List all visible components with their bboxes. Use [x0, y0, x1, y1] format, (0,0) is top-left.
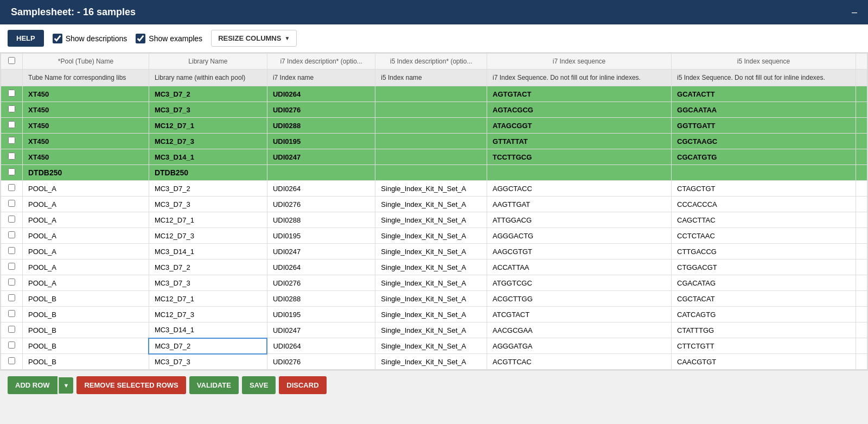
row-checkbox[interactable] — [8, 341, 15, 349]
cell-pool[interactable]: POOL_A — [23, 181, 149, 197]
row-checkbox[interactable] — [8, 294, 15, 301]
show-examples-label[interactable]: Show examples — [136, 34, 202, 43]
cell-i5-seq[interactable]: CGCTAAGC — [672, 134, 856, 149]
cell-library[interactable]: MC12_D7_1 — [149, 212, 267, 228]
cell-library[interactable]: MC12_D7_1 — [149, 291, 267, 307]
row-checkbox[interactable] — [8, 90, 15, 97]
cell-i7-desc[interactable]: UDI0195 — [267, 228, 375, 244]
cell-library[interactable]: MC12_D7_3 — [149, 307, 267, 322]
cell-i7-desc[interactable]: UDI0264 — [267, 181, 375, 197]
cell-pool[interactable]: XT450 — [23, 134, 149, 149]
cell-i7-desc[interactable]: UDI0264 — [267, 86, 375, 102]
cell-pool[interactable]: XT450 — [23, 86, 149, 102]
cell-i7-desc[interactable]: UDI0195 — [267, 134, 375, 149]
cell-i5-seq[interactable]: CGACATAG — [672, 275, 856, 291]
cell-i7-desc[interactable]: UDI0288 — [267, 118, 375, 134]
cell-library[interactable]: MC3_D14_1 — [149, 149, 267, 165]
cell-i5-desc[interactable]: Single_Index_Kit_N_Set_A — [375, 291, 487, 307]
resize-columns-button[interactable]: RESIZE COLUMNS ▼ — [211, 30, 297, 47]
remove-selected-rows-button[interactable]: REMOVE SELECTED ROWS — [76, 376, 186, 394]
cell-pool[interactable]: POOL_A — [23, 197, 149, 212]
cell-i7-desc[interactable]: UDI0264 — [267, 260, 375, 275]
row-checkbox-cell[interactable] — [1, 291, 23, 307]
cell-i5-seq[interactable]: GCATACTT — [672, 86, 856, 102]
cell-pool[interactable]: POOL_B — [23, 354, 149, 370]
cell-i5-desc[interactable] — [375, 118, 487, 134]
cell-library[interactable]: MC3_D7_3 — [149, 197, 267, 212]
cell-i7-desc[interactable] — [267, 165, 375, 181]
cell-i5-seq[interactable]: CTGGACGT — [672, 260, 856, 275]
cell-i5-desc[interactable]: Single_Index_Kit_N_Set_A — [375, 197, 487, 212]
select-all-header[interactable] — [1, 54, 23, 69]
row-checkbox-cell[interactable] — [1, 181, 23, 197]
cell-pool[interactable]: POOL_A — [23, 228, 149, 244]
cell-i7-seq[interactable]: ATTGGACG — [487, 212, 672, 228]
cell-pool[interactable]: XT450 — [23, 102, 149, 118]
row-checkbox-cell[interactable] — [1, 228, 23, 244]
row-checkbox[interactable] — [8, 121, 15, 128]
close-button[interactable]: – — [852, 7, 857, 18]
row-checkbox-cell[interactable] — [1, 102, 23, 118]
cell-library[interactable]: MC3_D7_2 — [149, 86, 267, 102]
row-checkbox-cell[interactable] — [1, 244, 23, 260]
cell-i5-desc[interactable]: Single_Index_Kit_N_Set_A — [375, 354, 487, 370]
cell-i7-desc[interactable]: UDI0276 — [267, 102, 375, 118]
cell-i7-desc[interactable]: UDI0247 — [267, 322, 375, 338]
cell-pool[interactable]: POOL_B — [23, 307, 149, 322]
cell-i5-desc[interactable]: Single_Index_Kit_N_Set_A — [375, 307, 487, 322]
cell-i5-seq[interactable]: CAGCTTAC — [672, 212, 856, 228]
cell-i7-desc[interactable]: UDI0276 — [267, 275, 375, 291]
cell-i5-seq[interactable]: GGCAATAA — [672, 102, 856, 118]
cell-pool[interactable]: POOL_B — [23, 338, 149, 354]
cell-i7-seq[interactable]: AAGTTGAT — [487, 197, 672, 212]
cell-library[interactable]: MC12_D7_3 — [149, 134, 267, 149]
cell-i5-seq[interactable]: CTTGACCG — [672, 244, 856, 260]
cell-i7-desc[interactable]: UDI0195 — [267, 307, 375, 322]
cell-i7-seq[interactable]: ATAGCGGT — [487, 118, 672, 134]
cell-pool[interactable]: DTDB250 — [23, 165, 149, 181]
add-row-dropdown-button[interactable]: ▼ — [59, 377, 74, 394]
row-checkbox[interactable] — [8, 105, 15, 112]
cell-i7-seq[interactable]: AGGCTACC — [487, 181, 672, 197]
cell-pool[interactable]: POOL_B — [23, 322, 149, 338]
row-checkbox-cell[interactable] — [1, 165, 23, 181]
cell-i7-desc[interactable]: UDI0247 — [267, 149, 375, 165]
save-button[interactable]: SAVE — [242, 376, 276, 394]
row-checkbox-cell[interactable] — [1, 197, 23, 212]
row-checkbox[interactable] — [8, 137, 15, 144]
row-checkbox-cell[interactable] — [1, 118, 23, 134]
cell-pool[interactable]: POOL_A — [23, 212, 149, 228]
cell-i7-seq[interactable]: AACGCGAA — [487, 322, 672, 338]
add-row-button[interactable]: ADD ROW — [8, 376, 58, 394]
cell-i5-seq[interactable]: CTTCTGTT — [672, 338, 856, 354]
row-checkbox-cell[interactable] — [1, 134, 23, 149]
cell-library[interactable]: MC12_D7_3 — [149, 228, 267, 244]
cell-library[interactable]: MC3_D7_3 — [149, 354, 267, 370]
cell-library[interactable]: MC3_D7_2 — [149, 260, 267, 275]
cell-i5-desc[interactable]: Single_Index_Kit_N_Set_A — [375, 244, 487, 260]
cell-i7-seq[interactable]: AGGGATGA — [487, 338, 672, 354]
cell-pool[interactable]: XT450 — [23, 118, 149, 134]
cell-library[interactable]: MC3_D14_1 — [149, 322, 267, 338]
cell-i5-desc[interactable]: Single_Index_Kit_N_Set_A — [375, 275, 487, 291]
cell-i5-seq[interactable]: CTAGCTGT — [672, 181, 856, 197]
cell-i7-seq[interactable]: AGTGTACT — [487, 86, 672, 102]
cell-library[interactable]: MC3_D7_2 — [149, 181, 267, 197]
row-checkbox-cell[interactable] — [1, 212, 23, 228]
row-checkbox-cell[interactable] — [1, 338, 23, 354]
cell-i5-seq[interactable]: CCTCTAAC — [672, 228, 856, 244]
select-all-checkbox[interactable] — [8, 57, 15, 64]
cell-i7-seq[interactable]: AAGCGTGT — [487, 244, 672, 260]
cell-i5-desc[interactable] — [375, 149, 487, 165]
row-checkbox[interactable] — [8, 310, 15, 317]
cell-i5-desc[interactable] — [375, 134, 487, 149]
cell-i7-desc[interactable]: UDI0247 — [267, 244, 375, 260]
cell-i5-seq[interactable]: CCCACCCA — [672, 197, 856, 212]
cell-i5-seq[interactable]: CGCTACAT — [672, 291, 856, 307]
cell-i5-desc[interactable]: Single_Index_Kit_N_Set_A — [375, 260, 487, 275]
cell-i7-seq[interactable]: ACGTTCAC — [487, 354, 672, 370]
row-checkbox[interactable] — [8, 247, 15, 254]
cell-i7-seq[interactable]: ATCGTACT — [487, 307, 672, 322]
row-checkbox-cell[interactable] — [1, 86, 23, 102]
show-examples-checkbox[interactable] — [136, 34, 145, 43]
